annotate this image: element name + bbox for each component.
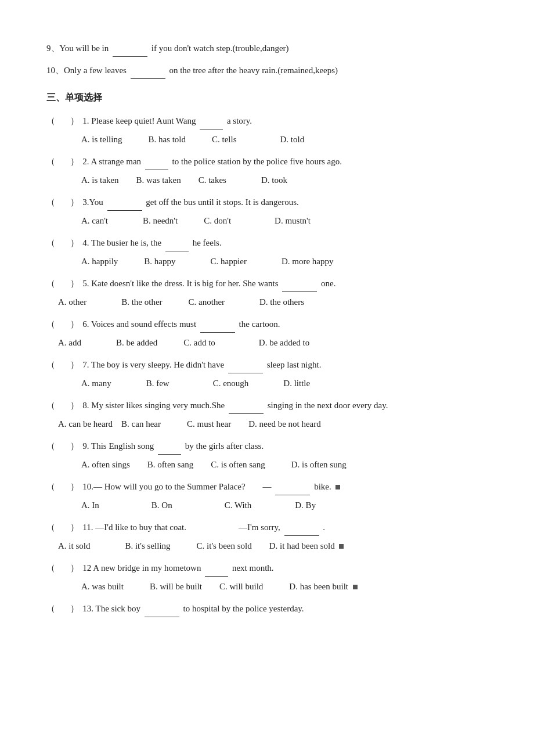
- mc-q10: （ ） 10.— How will you go to the Summer P…: [46, 478, 488, 495]
- q9-blank: [113, 56, 147, 57]
- question-9: 9、You will be in if you don't watch step…: [46, 39, 488, 57]
- mc-q11-blank: [284, 535, 319, 536]
- mc-q5-blank: [282, 291, 317, 292]
- mc-q4-blank: [165, 251, 189, 251]
- mc-q8: （ ） 8. My sister likes singing very much…: [46, 397, 488, 414]
- mc-q13-blank: [145, 617, 179, 617]
- mc-q2: （ ） 2. A strange man to the police stati…: [46, 153, 488, 170]
- q10-square-marker: [335, 485, 340, 489]
- mc-q9-blank: [158, 454, 181, 455]
- mc-q5: （ ） 5. Kate doesn't like the dress. It i…: [46, 275, 488, 292]
- mc-q9-options: A. often sings B. often sang C. is often…: [46, 456, 488, 473]
- mc-q4: （ ） 4. The busier he is, the he feels.: [46, 234, 488, 251]
- mc-q6-blank: [200, 332, 235, 333]
- mc-q1-options: A. is telling B. has told C. tells D. to…: [46, 131, 488, 148]
- mc-q9: （ ） 9. This English song by the girls af…: [46, 437, 488, 455]
- mc-q12-options: A. was built B. will be built C. will bu…: [46, 578, 488, 595]
- q10-rest: on the tree after the heavy rain.(remain…: [169, 66, 338, 75]
- mc-q13: （ ） 13. The sick boy to hospital by the …: [46, 600, 488, 617]
- mc-q4-options: A. happily B. happy C. happier D. more h…: [46, 253, 488, 270]
- mc-q10-options: A. In B. On C. With D. By: [46, 496, 488, 514]
- mc-q6: （ ） 6. Voices and sound effects must the…: [46, 315, 488, 333]
- mc-q7-options: A. many B. few C. enough D. little: [46, 375, 488, 392]
- q11-square-marker: [339, 544, 344, 549]
- mc-q8-blank: [229, 413, 264, 414]
- mc-q7-blank: [228, 373, 263, 373]
- mc-q2-blank: [145, 170, 168, 170]
- question-10: 10、Only a few leaves on the tree after t…: [46, 62, 488, 79]
- mc-q3-blank: [107, 210, 142, 211]
- mc-q5-options: A. other B. the other C. another D. the …: [46, 293, 488, 311]
- q10-text: 10、Only a few leaves: [46, 66, 127, 75]
- mc-q11: （ ） 11. —I'd like to buy that coat. —I'm…: [46, 519, 488, 536]
- mc-q12: （ ） 12 A new bridge in my hometown next …: [46, 559, 488, 577]
- mc-q2-options: A. is taken B. was taken C. takes D. too…: [46, 171, 488, 189]
- mc-q10-blank: [275, 495, 310, 495]
- mc-q11-options: A. it sold B. it's selling C. it's been …: [46, 537, 488, 555]
- mc-q1: （ ） 1. Please keep quiet! Aunt Wang a st…: [46, 112, 488, 129]
- mc-q7: （ ） 7. The boy is very sleepy. He didn't…: [46, 356, 488, 373]
- worksheet-content: 9、You will be in if you don't watch step…: [46, 39, 488, 617]
- mc-q12-blank: [205, 576, 228, 577]
- mc-q3-options: A. can't B. needn't C. don't D. mustn't: [46, 212, 488, 229]
- section-3-header: 三、单项选择: [46, 89, 488, 106]
- mc-q8-options: A. can be heard B. can hear C. must hear…: [46, 415, 488, 433]
- mc-q6-options: A. add B. be added C. add to D. be added…: [46, 334, 488, 351]
- q9-text: 9、You will be in: [46, 44, 109, 53]
- mc-q1-blank: [200, 129, 223, 129]
- q9-rest: if you don't watch step.(trouble,danger): [151, 44, 289, 53]
- q10-blank: [131, 78, 165, 79]
- q12-square-marker: [353, 585, 358, 589]
- mc-q3: （ ） 3.You get off the bus until it stops…: [46, 193, 488, 211]
